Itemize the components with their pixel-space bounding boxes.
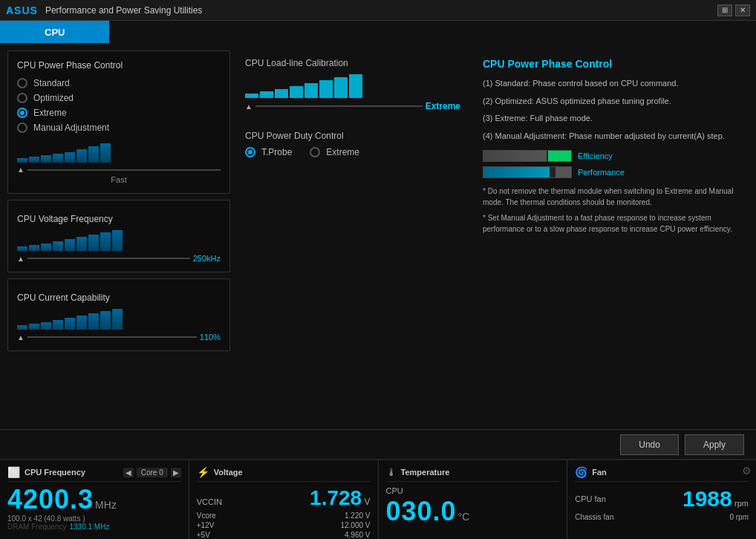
duty-tprobe[interactable]: T.Probe: [245, 147, 292, 157]
voltage-header: ⚡ Voltage: [197, 466, 371, 482]
freq-sub: 100.0 x 42 (40.8 watts ): [7, 514, 181, 523]
temp-value: 030.0: [386, 498, 457, 525]
12v-label: +12V: [197, 521, 215, 529]
core-next-button[interactable]: ▶: [171, 468, 181, 477]
voltage-freq-title: CPU Voltage Frequency: [17, 214, 221, 224]
vccin-label: VCCIN: [197, 497, 222, 506]
cpu-fan-unit: rpm: [734, 499, 749, 508]
5v-label: +5V: [197, 531, 210, 539]
phase-bar-efficiency: Efficiency: [483, 150, 741, 162]
stair-8: [100, 143, 111, 163]
radio-standard[interactable]: Standard: [17, 78, 221, 88]
duty-radio-extreme: [310, 147, 320, 157]
chassis-fan-label: Chassis fan: [575, 513, 613, 521]
left-panel: CPU Power Phase Control Standard Optimiz…: [7, 50, 230, 422]
duty-radio-tprobe: [245, 147, 255, 157]
duty-radio-row: T.Probe Extreme: [245, 147, 460, 157]
cpu-fan-value-group: 1988 rpm: [682, 486, 749, 512]
phase-staircase: [17, 140, 221, 163]
duty-control-section: CPU Power Duty Control T.Probe Extreme: [245, 131, 460, 157]
freq-value-row: 4200.3 MHz: [7, 486, 181, 513]
dram-label: DRAM Frequency: [7, 523, 66, 531]
stair-5: [65, 152, 75, 163]
right-desc3: (3) Extreme: Full phase mode.: [483, 112, 741, 125]
vccin-value-group: 1.728 V: [310, 486, 370, 510]
chassis-fan-value: 0 rpm: [729, 513, 749, 521]
radio-manual[interactable]: Manual Adjustment: [17, 122, 221, 133]
radio-label-manual: Manual Adjustment: [33, 122, 109, 133]
vcore-value: 1.220 V: [345, 512, 370, 520]
chassis-fan-row: Chassis fan 0 rpm: [575, 513, 749, 521]
stair-4: [53, 154, 63, 163]
efficiency-label: Efficiency: [578, 151, 613, 160]
phase-radio-group: Standard Optimized Extreme Manual Adjust…: [17, 78, 221, 133]
center-panel: CPU Load-line Calibration ▲ Extreme CPU …: [238, 50, 468, 422]
right-desc4: (4) Manual Adjustment: Phase number adju…: [483, 130, 741, 143]
cpu-fan-value: 1988: [682, 486, 732, 511]
cpu-current-cap-box: CPU Current Capability ▲ 110%: [7, 278, 230, 351]
stair-1: [17, 158, 27, 163]
temp-cpu-label: CPU: [386, 486, 560, 495]
calibration-section: CPU Load-line Calibration ▲ Extreme: [245, 58, 460, 111]
core-selector: ◀ Core 0 ▶: [123, 468, 181, 477]
radio-extreme[interactable]: Extreme: [17, 108, 221, 118]
cpu-icon: ⬜: [7, 466, 20, 478]
window-controls: ⊞ ✕: [717, 4, 750, 16]
freq-title: CPU Frequency: [25, 468, 85, 477]
right-desc2: (2) Optimized: ASUS optimized phase tuni…: [483, 95, 741, 108]
current-cap-value: 110%: [200, 333, 221, 342]
current-cap-title: CPU Current Capability: [17, 293, 221, 303]
titlebar: ASUS Performance and Power Saving Utilit…: [0, 0, 756, 21]
phase-bar-performance: Performance: [483, 166, 741, 178]
calibration-value: Extreme: [426, 101, 460, 111]
voltage-freq-value: 250kHz: [193, 254, 221, 263]
stair-2: [29, 157, 39, 163]
vccin-value: 1.728: [310, 486, 362, 509]
12v-value: 12.000 V: [340, 521, 370, 529]
tabbar: CPU: [0, 21, 756, 43]
radio-circle-standard: [17, 78, 27, 88]
undo-button[interactable]: Undo: [620, 434, 679, 455]
freq-header: ⬜ CPU Frequency ◀ Core 0 ▶: [7, 466, 181, 482]
radio-label-extreme: Extreme: [33, 108, 67, 118]
temp-header: 🌡 Temperature: [386, 466, 560, 482]
efficiency-bar: [483, 150, 572, 162]
voltage-title: Voltage: [214, 468, 243, 477]
app-title: Performance and Power Saving Utilities: [45, 5, 717, 16]
gear-icon[interactable]: ⚙: [742, 465, 752, 477]
tile-button[interactable]: ⊞: [717, 4, 732, 16]
radio-optimized[interactable]: Optimized: [17, 93, 221, 103]
phase-slider[interactable]: ▲ Fast: [17, 140, 221, 184]
stair-6: [76, 149, 87, 163]
asus-logo: ASUS: [6, 4, 38, 16]
tab-cpu[interactable]: CPU: [0, 21, 109, 43]
phase-bars-container: Efficiency Performance: [483, 150, 741, 178]
radio-circle-optimized: [17, 93, 27, 103]
voltage-section: ⚡ Voltage VCCIN 1.728 V Vcore 1.220 V +1…: [189, 460, 379, 539]
phase-slider-label: Fast: [17, 175, 221, 184]
cpu-fan-label: CPU fan: [575, 494, 606, 503]
duty-extreme[interactable]: Extreme: [310, 147, 359, 157]
close-button[interactable]: ✕: [735, 4, 750, 16]
duty-control-title: CPU Power Duty Control: [245, 131, 460, 141]
duty-label-extreme: Extreme: [326, 147, 359, 157]
apply-button[interactable]: Apply: [685, 434, 744, 455]
radio-circle-manual: [17, 122, 27, 133]
5v-row: +5V 4.960 V: [197, 531, 371, 539]
dram-row: DRAM Frequency 1330.1 MHz: [7, 523, 181, 531]
duty-label-tprobe: T.Probe: [261, 147, 292, 157]
radio-circle-extreme: [17, 108, 27, 118]
core-prev-button[interactable]: ◀: [123, 468, 134, 477]
radio-label-optimized: Optimized: [33, 93, 74, 103]
freq-staircase: [17, 229, 221, 251]
12v-row: +12V 12.000 V: [197, 521, 371, 529]
cpu-power-phase-box: CPU Power Phase Control Standard Optimiz…: [7, 50, 230, 194]
temp-section: 🌡 Temperature CPU 030.0 °C: [379, 460, 568, 539]
cpu-power-phase-title: CPU Power Phase Control: [17, 60, 221, 71]
right-panel: CPU Power Phase Control (1) Standard: Ph…: [475, 50, 749, 422]
fan-section: 🌀 Fan ⚙ CPU fan 1988 rpm Chassis fan 0 r…: [567, 460, 756, 539]
performance-label: Performance: [578, 168, 625, 177]
temp-value-row: 030.0 °C: [386, 498, 560, 525]
statusbar: ⬜ CPU Frequency ◀ Core 0 ▶ 4200.3 MHz 10…: [0, 459, 756, 539]
temp-icon: 🌡: [386, 466, 397, 478]
